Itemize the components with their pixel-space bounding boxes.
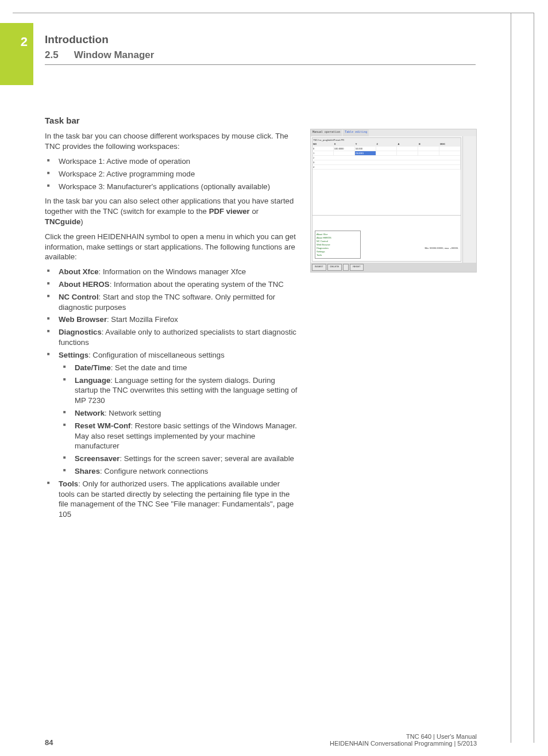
list-item: Language: Language setting for the syste… <box>69 375 298 406</box>
paragraph: In the task bar you can also select othe… <box>45 196 298 227</box>
chapter-number: 2 <box>21 34 28 49</box>
body-content: Task bar In the task bar you can choose … <box>45 115 298 524</box>
list-item: Tools: Only for authorized users. The ap… <box>53 479 298 520</box>
list-item: Workspace 2: Active programming mode <box>53 169 298 179</box>
margin-rule <box>511 13 511 743</box>
page-header: Introduction 2.5 Window Manager <box>45 33 476 65</box>
list-item: About Xfce: Information on the Windows m… <box>53 267 298 277</box>
list-item: About HEROS: Information about the opera… <box>53 279 298 290</box>
status-text: Min: 99999.99999, max. +99999. <box>424 247 458 250</box>
section-number: 2.5 <box>45 49 71 61</box>
chapter-title: Introduction <box>45 33 476 46</box>
screenshot-figure: Manual operation Table editing TNC:\nc_p… <box>310 129 477 273</box>
file-path: TNC:\nc_prog\table\Preset.PR <box>312 138 461 142</box>
list-item: Shares: Configure network connections <box>69 466 298 477</box>
list-item: Network: Network setting <box>69 408 298 419</box>
list-item: Screensaver: Settings for the screen sav… <box>69 454 298 464</box>
workspace-list: Workspace 1: Active mode of operationWor… <box>45 156 298 191</box>
menu-list: About Xfce: Information on the Windows m… <box>45 267 298 520</box>
list-item: Workspace 3: Manufacturer's applications… <box>53 182 298 192</box>
footer-line: HEIDENHAIN Conversational Programming | … <box>330 740 477 747</box>
mode-label: Manual operation <box>311 129 342 136</box>
mode-label: Table editing <box>343 129 369 136</box>
section-heading: 2.5 Window Manager <box>45 49 476 61</box>
page-footer: 84 TNC 640 | User's Manual HEIDENHAIN Co… <box>45 733 477 747</box>
section-title: Window Manager <box>74 49 155 60</box>
page-number: 84 <box>45 738 53 747</box>
heidenhain-menu: About XfceAbout HEROSNC ControlWeb Brows… <box>315 231 361 259</box>
paragraph: In the task bar you can choose different… <box>45 131 298 152</box>
paragraph: Click the green HEIDENHAIN symbol to ope… <box>45 232 298 262</box>
list-item: Settings: Configuration of miscellaneous… <box>53 350 298 477</box>
list-item: Diagnostics: Available only to authorize… <box>53 327 298 348</box>
list-item: NC Control: Start and stop the TNC softw… <box>53 292 298 313</box>
footer-line: TNC 640 | User's Manual <box>330 733 477 740</box>
list-item: Web Browser: Start Mozilla Firefox <box>53 314 298 325</box>
chapter-tab: 2 <box>0 23 33 85</box>
subsection-heading: Task bar <box>45 115 298 126</box>
list-item: Reset WM-Conf: Restore basic settings of… <box>69 421 298 451</box>
list-item: Date/Time: Set the date and time <box>69 363 298 373</box>
list-item: Workspace 1: Active mode of operation <box>53 156 298 167</box>
